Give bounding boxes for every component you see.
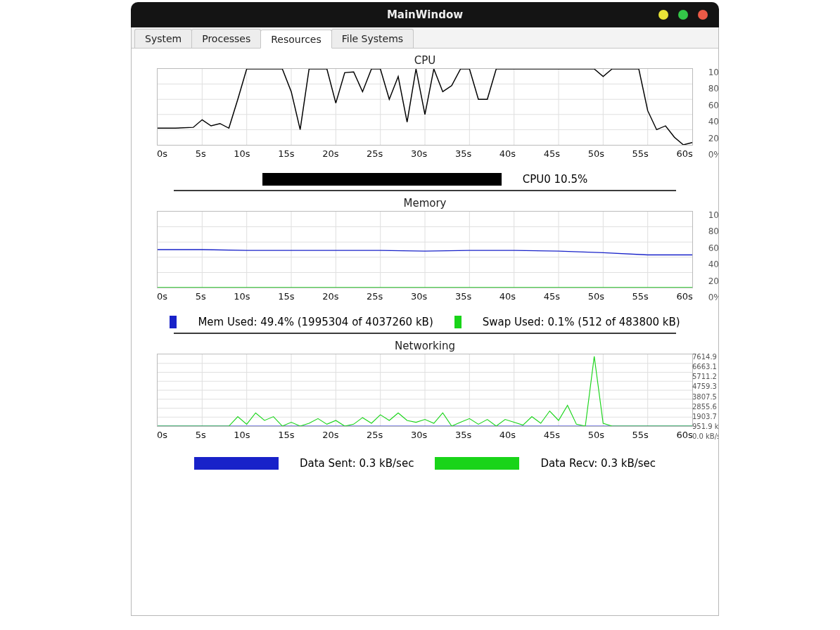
maximize-button[interactable] (678, 10, 688, 20)
memory-legend: Mem Used: 49.4% (1995304 of 4037260 kB) … (132, 316, 718, 328)
network-x-ticks: 0s5s 10s15s 20s25s 30s35s 40s45s 50s55s … (157, 430, 693, 440)
minimize-button[interactable] (658, 10, 668, 20)
cpu-legend: CPU0 10.5% (132, 173, 718, 186)
cpu-y-ticks: 100% 80% 60% 40% 20% 0% (708, 68, 718, 159)
memory-chart: 100% 80% 60% 40% 20% 0% 0s5s 10s15s 20s2… (157, 211, 693, 302)
tab-bar: System Processes Resources File Systems (132, 27, 718, 49)
cpu-title: CPU (132, 54, 718, 67)
sent-legend-label: Data Sent: 0.3 kB/sec (300, 457, 414, 470)
memory-y-ticks: 100% 80% 60% 40% 20% 0% (708, 211, 718, 302)
memory-chart-svg (158, 212, 692, 288)
divider-1 (174, 190, 676, 191)
cpu-chart-svg (158, 69, 692, 145)
divider-2 (174, 333, 676, 334)
resources-page: CPU 100% (132, 49, 718, 615)
close-button[interactable] (698, 10, 708, 20)
window-title: MainWindow (387, 8, 463, 21)
recv-swatch (435, 457, 519, 470)
title-bar: MainWindow (131, 2, 719, 27)
network-y-ticks: 7614.9 kB/sec 6663.1 kB/sec 5711.2 kB/se… (692, 354, 718, 440)
memory-title: Memory (132, 197, 718, 210)
mem-swatch-icon (170, 316, 177, 328)
tab-system[interactable]: System (134, 29, 192, 48)
network-title: Networking (132, 340, 718, 352)
swap-legend-label: Swap Used: 0.1% (512 of 483800 kB) (483, 316, 680, 328)
tab-processes[interactable]: Processes (191, 29, 261, 48)
memory-x-ticks: 0s5s 10s15s 20s25s 30s35s 40s45s 50s55s … (157, 291, 693, 302)
network-chart-svg (158, 354, 692, 426)
network-legend: Data Sent: 0.3 kB/sec Data Recv: 0.3 kB/… (132, 457, 718, 470)
window-body: System Processes Resources File Systems … (131, 27, 719, 616)
cpu-legend-label: CPU0 10.5% (523, 173, 587, 186)
tab-file-systems[interactable]: File Systems (331, 29, 414, 48)
sent-swatch (194, 457, 279, 470)
recv-legend-label: Data Recv: 0.3 kB/sec (540, 457, 656, 470)
swap-swatch-icon (454, 316, 462, 328)
tab-resources[interactable]: Resources (260, 30, 332, 49)
cpu-x-ticks: 0s5s 10s15s 20s25s 30s35s 40s45s 50s55s … (157, 148, 693, 159)
mem-legend-label: Mem Used: 49.4% (1995304 of 4037260 kB) (198, 316, 433, 328)
cpu-chart: 100% 80% 60% 40% 20% 0% 0s5s 10s15s 20s2… (157, 68, 693, 159)
window-controls (658, 10, 708, 20)
network-chart: 7614.9 kB/sec 6663.1 kB/sec 5711.2 kB/se… (157, 354, 693, 440)
cpu-swatch (262, 173, 502, 186)
